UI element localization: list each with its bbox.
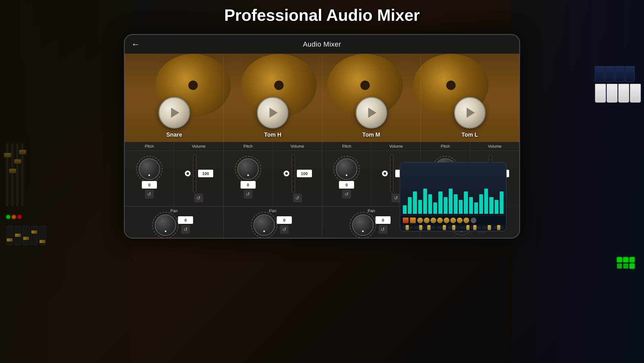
play-icon-tom-l <box>467 108 475 118</box>
mixer-round-btn-3[interactable] <box>430 218 436 223</box>
back-button[interactable]: ← <box>131 39 140 49</box>
snare-play-button[interactable] <box>158 97 190 128</box>
mixer-fader-row <box>400 224 506 231</box>
snare-fader-track[interactable] <box>193 155 196 192</box>
tom-m-play-button[interactable] <box>356 97 387 128</box>
eq-bar-4 <box>423 189 427 214</box>
tom-m-pan-value: 0 <box>375 216 391 224</box>
mixer-round-btn-2[interactable] <box>424 218 430 223</box>
eq-bar-2 <box>413 191 417 214</box>
mixer-round-btn-5[interactable] <box>444 218 449 223</box>
tom-m-volume-header: Volume <box>371 142 420 150</box>
mixer-fader-6[interactable] <box>460 226 469 229</box>
tom-m-label: Tom M <box>362 132 380 138</box>
tom-m-volume-button[interactable] <box>381 170 388 177</box>
tom-h-pitch-reset[interactable]: ↺ <box>244 190 253 199</box>
mixer-fader-8[interactable] <box>482 226 492 229</box>
instrument-snare: Snare <box>125 54 224 142</box>
tom-m-pitch-knob[interactable] <box>336 158 357 180</box>
snare-volume-button[interactable] <box>184 170 191 177</box>
tom-h-volume-header: Volume <box>273 142 322 150</box>
instrument-tom-h: Tom H <box>224 54 322 142</box>
page-title: Professional Audio Mixer <box>224 6 420 25</box>
fader-dots <box>194 155 195 192</box>
snare-pan-knob[interactable] <box>155 214 176 236</box>
mixer-round-btn-7[interactable] <box>457 218 463 223</box>
tom-m-pitch-reset[interactable]: ↺ <box>342 190 351 199</box>
tom-h-pitch-knob[interactable] <box>237 158 259 180</box>
snare-pitch-knob[interactable] <box>139 158 160 180</box>
eq-bar-5 <box>428 194 432 214</box>
tom-h-label: Tom H <box>264 132 281 138</box>
mixer-fader-4[interactable] <box>437 226 447 229</box>
mixer-yellow-btn-1[interactable] <box>410 218 416 223</box>
tom-h-fader-track[interactable] <box>292 155 295 192</box>
eq-bar-19 <box>500 191 503 214</box>
instrument-row: Snare Tom H Tom M Tom L <box>125 54 519 142</box>
snare-volume-reset[interactable]: ↺ <box>194 194 203 202</box>
snare-label: Snare <box>166 132 182 138</box>
mixer-round-btn-4[interactable] <box>437 218 443 223</box>
mixer-round-btn-8[interactable] <box>464 218 469 223</box>
knob-body <box>139 158 160 180</box>
mixer-decoration <box>400 162 507 231</box>
eq-bar-1 <box>408 197 412 214</box>
device-frame: ← Audio Mixer Snare Tom H Tom M <box>124 34 520 239</box>
knob-indicator <box>148 174 150 176</box>
fader-decoration <box>6 118 126 245</box>
snare-volume-header: Volume <box>174 142 223 150</box>
tom-l-label: Tom L <box>462 132 478 138</box>
tom-h-volume-reset[interactable]: ↺ <box>293 194 302 202</box>
tom-h-pan-knob[interactable] <box>253 214 275 236</box>
tom-m-pan-knob[interactable] <box>352 214 374 236</box>
instrument-tom-l: Tom L <box>421 54 519 142</box>
eq-bar-0 <box>403 205 407 214</box>
eq-bar-7 <box>438 191 442 214</box>
snare-pitch-header: Pitch <box>125 142 174 150</box>
tom-h-volume-control: 100 <box>283 155 312 192</box>
mixer-orange-btn[interactable] <box>403 218 408 223</box>
tom-l-volume-header: Volume <box>470 142 519 150</box>
tom-m-volume-reset[interactable]: ↺ <box>391 194 400 202</box>
bg-left-decoration <box>0 0 132 363</box>
snare-pan-section: Pan 0 ↺ <box>125 206 223 238</box>
tom-h-play-button[interactable] <box>257 97 288 128</box>
eq-bar-13 <box>469 197 473 214</box>
mixer-fader-3[interactable] <box>425 226 435 229</box>
snare-pan-value: 0 <box>178 216 193 224</box>
eq-bar-18 <box>495 200 498 214</box>
play-icon-tom-h <box>269 108 278 118</box>
mixer-fader-9[interactable] <box>494 226 503 229</box>
channel-snare: Pitch Volume 0 ↺ <box>125 142 224 238</box>
tom-m-pan-reset[interactable]: ↺ <box>379 225 387 234</box>
eq-bar-12 <box>464 191 468 214</box>
snare-volume-value: 100 <box>198 170 213 177</box>
mixer-grey-btn[interactable] <box>471 218 476 223</box>
eq-bar-16 <box>484 189 488 214</box>
tom-h-pan-section: Pan 0 ↺ <box>224 206 322 238</box>
eq-bar-6 <box>433 202 437 214</box>
eq-bar-17 <box>489 197 493 214</box>
eq-bar-15 <box>479 194 483 214</box>
eq-bar-3 <box>418 200 422 214</box>
mixer-fader-5[interactable] <box>448 226 458 229</box>
tom-l-play-button[interactable] <box>454 97 486 128</box>
mixer-round-btn-6[interactable] <box>450 218 456 223</box>
play-icon-tom-m <box>368 108 376 118</box>
mixer-fader-1[interactable] <box>403 226 413 229</box>
tom-h-volume-button[interactable] <box>283 170 290 177</box>
eq-bar-14 <box>474 202 478 214</box>
snare-pan-reset[interactable]: ↺ <box>181 225 190 234</box>
snare-pitch-reset[interactable]: ↺ <box>145 190 154 199</box>
volume-inner <box>186 172 189 175</box>
mixer-fader-7[interactable] <box>471 226 481 229</box>
eq-bar-8 <box>444 197 447 214</box>
tom-m-fader-track[interactable] <box>390 155 393 192</box>
eq-bar-11 <box>459 200 463 214</box>
mixer-fader-2[interactable] <box>414 226 424 229</box>
mixer-round-btn-1[interactable] <box>417 218 423 223</box>
snare-pan-label: Pan <box>126 208 222 213</box>
play-icon-snare <box>171 108 179 118</box>
tom-l-pitch-header: Pitch <box>421 142 470 150</box>
tom-h-pan-reset[interactable]: ↺ <box>280 225 289 234</box>
